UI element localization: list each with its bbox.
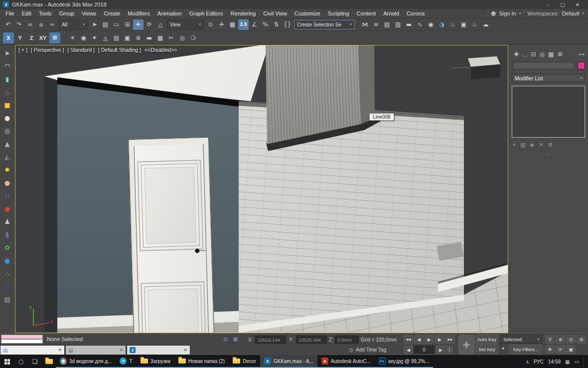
menu-arnold[interactable]: Arnold [380,10,403,16]
hidden-icons-chevron[interactable]: ∧ [526,359,529,365]
scene-explorer-button[interactable]: ▤ [382,19,392,30]
menu-scripting[interactable]: Scripting [324,10,353,16]
set-keys-button[interactable]: ✚ [458,335,474,354]
taskbar-app-photoshop[interactable]: Ps аку.jpg @ 99,2%... [375,355,434,368]
menu-tools[interactable]: Tools [35,10,55,16]
zoom-all-button[interactable]: ⊕ [556,335,565,344]
material-editor-button[interactable]: ◑ [437,19,447,30]
next-key-button[interactable]: ▶ [436,346,445,354]
points-tool[interactable]: ∴ [2,268,13,279]
configure-modifier-sets-button[interactable]: ⚙ [548,142,553,148]
motion-tab[interactable]: ◎ [540,51,545,58]
align-button[interactable]: ≡ [371,19,381,30]
taskbar-app-decor-folder[interactable]: Decor [229,355,260,368]
create-tab[interactable]: ✚ [514,51,519,58]
menu-corona[interactable]: Corona [403,10,428,16]
axis-x-button[interactable]: X [3,32,14,43]
key-mode-dropdown[interactable]: Selected ▾ [500,335,542,344]
orbit-button[interactable]: ⟳ [556,345,565,354]
skylight-button[interactable]: ◬ [100,32,111,43]
chevron-down-icon[interactable]: ▾ [582,11,584,15]
cylinder-tool[interactable]: ▮ [2,73,13,84]
window-crossing-button[interactable]: ⊞ [122,19,133,30]
unlink-selection-button[interactable]: ⌀ [36,19,46,30]
select-and-scale-button[interactable]: △ [155,19,165,30]
reference-coordinate-dropdown[interactable]: View ▾ [167,20,204,29]
task-view-icon[interactable]: ❏ [28,355,42,368]
next-frame-button[interactable]: ▶ [435,335,444,344]
rectangular-selection-button[interactable]: ▭ [111,19,122,30]
add-time-tag-button[interactable]: Add Time Tag [356,347,386,353]
hierarchy-tab[interactable]: ⊟ [531,51,536,58]
taskbar-app-telegram[interactable]: ➤ T [116,355,136,368]
make-unique-button[interactable]: ◈ [530,142,534,148]
render-setup-button[interactable]: ♨ [447,19,458,30]
arc-shape-tool[interactable]: ◠ [2,60,13,71]
perspective-viewport[interactable]: [ + ] [ Perspective ] [ Standard ] [ Def… [15,45,508,333]
light-lister-button[interactable]: ▤ [111,32,122,43]
select-and-manipulate-button[interactable]: ✢ [216,19,227,30]
target-button[interactable]: ⊕ [133,32,144,43]
close-tab-icon[interactable]: ✕ [183,348,187,353]
document-tab-2[interactable]: ▤ ✕ [65,345,126,355]
keyboard-override-button[interactable]: ▦ [227,19,238,30]
render-cloud-button[interactable]: ☁ [480,19,491,30]
select-and-move-button[interactable]: ✛ [133,19,144,30]
maxscript-listener-field[interactable] [1,339,43,344]
select-object-button[interactable]: ➤ [89,19,100,30]
film-button[interactable]: ▬ [144,32,154,43]
percent-snap-button[interactable]: % [260,19,271,30]
document-tab-1[interactable]: ▤ ✕ [0,345,65,355]
menu-file[interactable]: File [2,10,18,16]
action-center-icon[interactable]: ▭ [575,359,579,365]
menu-group[interactable]: Group [55,10,78,16]
auto-key-button[interactable]: Auto Key [475,335,498,344]
spinner-down-icon[interactable]: ▾ [449,350,450,352]
selection-filter-dropdown[interactable]: All ▾ [59,20,88,29]
remove-modifier-button[interactable]: ✕ [539,142,543,148]
z-coordinate-field[interactable]: 0,0mm [335,336,359,344]
menu-create[interactable]: Create [100,10,124,16]
spinner-snap-button[interactable]: ⇅ [271,19,282,30]
angle-snap-button[interactable]: ∠ [249,19,260,30]
dark-box-tool[interactable]: ■ [2,281,13,292]
taskbar-app-downloads-folder[interactable]: Загрузки [137,355,174,368]
document-tab-3[interactable]: 3 ✕ [127,345,190,355]
object-color-swatch[interactable] [578,62,585,69]
cone-tool[interactable]: ▲ [2,138,13,149]
current-frame-field[interactable]: 0 [414,346,435,354]
minimize-icon[interactable]: – [540,0,555,9]
clay-sphere-tool[interactable]: ● [2,177,13,188]
search-icon[interactable]: ○ [14,355,28,368]
render-production-button[interactable]: ♨ [469,19,480,30]
viewport-style-menu[interactable]: [ Standard ] [67,47,94,53]
menu-graph-editors[interactable]: Graph Editors [186,10,227,16]
close-tab-icon[interactable]: ✕ [58,348,62,353]
menu-content[interactable]: Content [353,10,380,16]
close-icon[interactable]: ✕ [570,0,585,9]
object-name-field[interactable] [513,62,575,69]
menu-views[interactable]: Views [78,10,100,16]
scroll-left-icon[interactable]: ◄ [578,52,581,56]
display-tab[interactable]: ▦ [548,51,554,58]
zoom-button[interactable]: ⚲ [545,335,555,344]
pan-button[interactable]: ✥ [545,345,555,354]
sign-in-button[interactable]: Sign In [499,10,516,16]
x-coordinate-field[interactable]: 19518,149 [255,336,286,344]
menu-customize[interactable]: Customize [291,10,324,16]
y-coordinate-field[interactable]: 13526,494 [296,336,327,344]
teapot-tool[interactable]: ♨ [2,86,13,97]
rendered-frame-button[interactable]: ▣ [458,19,469,30]
taskbar-app-browser[interactable]: 3d модели для д... [56,355,116,368]
direct-light-button[interactable]: ✦ [89,32,100,43]
plane-constraint-button[interactable]: ⊞ [49,32,60,43]
macro-recorder-field[interactable] [1,335,43,339]
box-tool[interactable]: ■ [2,99,13,110]
axis-z-button[interactable]: Z [26,32,37,43]
undo-button[interactable]: ↶ [3,19,13,30]
pyramid-tool[interactable]: ◭ [2,151,13,162]
close-tab-icon[interactable]: ✕ [119,348,123,353]
taskbar-app-new-folder[interactable]: Новая папка (2) [174,355,229,368]
omni-light-button[interactable]: ☀ [67,32,78,43]
layer-explorer-button[interactable]: ▥ [393,19,403,30]
